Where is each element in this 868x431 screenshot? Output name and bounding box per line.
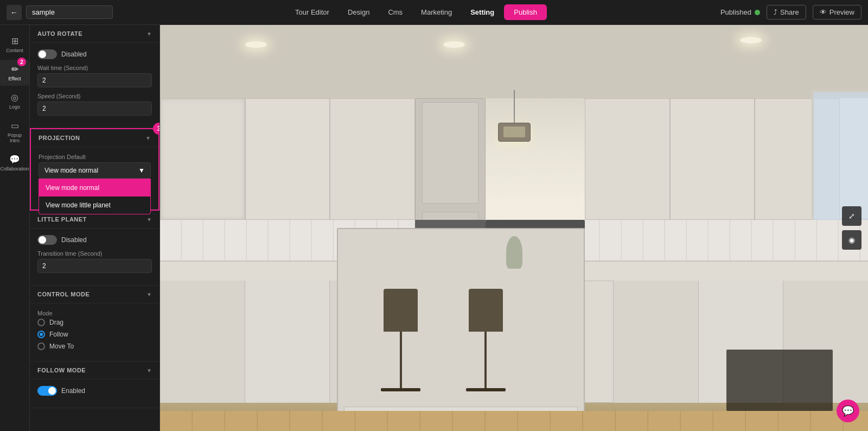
sidebar-item-logo[interactable]: ◎ Logo <box>0 88 29 114</box>
little-planet-knob <box>39 236 46 244</box>
tab-setting[interactable]: Setting <box>462 4 503 21</box>
follow-mode-title: FOLLOW MODE <box>37 367 86 373</box>
follow-mode-toggle-label: Enabled <box>61 387 85 395</box>
sidebar-item-effect[interactable]: 2 ✏ Effect <box>0 60 29 86</box>
main-area: ⊞ Content 2 ✏ Effect ◎ Logo ▭ Popup Intr… <box>0 25 868 431</box>
follow-mode-header[interactable]: FOLLOW MODE ▼ <box>30 362 159 379</box>
topnav-tabs: Tour Editor Design Cms Marketing Setting… <box>286 4 547 21</box>
follow-label: Follow <box>49 331 68 338</box>
back-button[interactable]: ← <box>7 5 22 20</box>
dropdown-item-view-mode-normal[interactable]: View mode normal <box>39 179 150 197</box>
drag-radio[interactable] <box>37 319 45 326</box>
control-mode-title: CONTROL MODE <box>37 291 90 297</box>
projection-title: PROJECTION <box>39 135 80 141</box>
top-navigation: ← Tour Editor Design Cms Marketing Setti… <box>0 0 868 25</box>
collaboration-label: Collaboration <box>0 166 29 172</box>
content-label: Content <box>6 48 23 53</box>
effect-badge-num: 2 <box>17 58 26 66</box>
topnav-left: ← <box>7 5 113 20</box>
settings-eye-button[interactable]: ◉ <box>842 230 861 250</box>
content-icon: ⊞ <box>11 36 18 46</box>
transition-input[interactable] <box>37 259 152 273</box>
topnav-right: Published ⤴ Share 👁 Preview <box>720 5 861 20</box>
projection-dropdown-arrow: ▼ <box>138 167 145 174</box>
popup-intro-label: Popup Intro <box>2 132 27 143</box>
sidebar-icons: ⊞ Content 2 ✏ Effect ◎ Logo ▭ Popup Intr… <box>0 25 30 431</box>
projection-chevron: ▼ <box>145 135 151 141</box>
sidebar-item-content[interactable]: ⊞ Content <box>0 31 29 58</box>
sidebar-item-popup-intro[interactable]: ▭ Popup Intro <box>0 116 29 148</box>
radio-drag[interactable]: Drag <box>37 319 152 326</box>
popup-intro-icon: ▭ <box>11 121 19 131</box>
projection-header[interactable]: PROJECTION ▼ <box>31 129 158 147</box>
tab-design[interactable]: Design <box>339 4 378 21</box>
control-mode-header[interactable]: CONTROL MODE ▼ <box>30 286 159 303</box>
auto-rotate-toggle[interactable] <box>37 49 57 59</box>
effect-label: Effect <box>9 76 21 81</box>
speed-label: Speed (Second) <box>37 93 152 99</box>
projection-default-label: Projection Default <box>39 154 151 160</box>
tab-cms[interactable]: Cms <box>379 4 411 21</box>
projection-dropdown-value: View mode normal <box>44 167 98 174</box>
tab-tour-editor[interactable]: Tour Editor <box>286 4 338 21</box>
move-to-radio[interactable] <box>37 343 45 350</box>
projection-dropdown-list: View mode normal View mode little planet <box>39 179 151 214</box>
share-icon: ⤴ <box>774 8 777 16</box>
collaboration-icon: 💬 <box>9 154 20 164</box>
chat-bubble-button[interactable]: 💬 <box>837 400 859 422</box>
tab-publish[interactable]: Publish <box>504 4 547 20</box>
control-mode-chevron: ▼ <box>146 291 152 297</box>
project-name-input[interactable] <box>26 5 113 19</box>
little-planet-toggle-label: Disabled <box>61 236 87 244</box>
preview-label: Preview <box>829 8 854 16</box>
control-mode-section: CONTROL MODE ▼ Mode Drag Follow Move To <box>30 286 159 362</box>
projection-body: Projection Default View mode normal ▼ Vi… <box>31 147 158 210</box>
canvas-tools: ⤢ ◉ <box>842 206 861 250</box>
mode-label: Mode <box>37 310 152 316</box>
radio-follow[interactable]: Follow <box>37 331 152 338</box>
control-mode-body: Mode Drag Follow Move To <box>30 303 159 362</box>
auto-rotate-toggle-label: Disabled <box>61 50 87 58</box>
transition-label: Transition time (Second) <box>37 250 152 257</box>
auto-rotate-knob <box>39 50 46 58</box>
logo-label: Logo <box>9 104 20 110</box>
effect-icon: ✏ <box>11 64 18 74</box>
wait-time-label: Wait time (Second) <box>37 65 152 71</box>
auto-rotate-chevron: ▼ <box>146 31 152 37</box>
drag-label: Drag <box>49 319 63 326</box>
published-dot <box>755 10 760 15</box>
share-button[interactable]: ⤴ Share <box>767 5 806 20</box>
canvas: ⤢ ◉ 💬 <box>160 25 868 431</box>
follow-radio[interactable] <box>37 331 45 338</box>
little-planet-title: LITTLE PLANET <box>37 216 87 223</box>
dropdown-item-view-mode-little-planet[interactable]: View mode little planet <box>39 197 150 214</box>
logo-icon: ◎ <box>11 92 18 103</box>
follow-mode-toggle[interactable] <box>37 386 57 396</box>
auto-rotate-title: AUTO ROTATE <box>37 30 82 37</box>
follow-mode-chevron: ▼ <box>146 367 152 373</box>
sidebar-item-collaboration[interactable]: 💬 Collaboration <box>0 150 29 176</box>
preview-button[interactable]: 👁 Preview <box>813 5 861 20</box>
projection-dropdown-btn[interactable]: View mode normal ▼ <box>39 162 151 179</box>
little-planet-section: LITTLE PLANET ▼ Disabled Transition time… <box>30 211 159 286</box>
expand-button[interactable]: ⤢ <box>842 206 861 226</box>
little-planet-toggle-row: Disabled <box>37 235 152 245</box>
wait-time-input[interactable] <box>37 73 152 87</box>
little-planet-body: Disabled Transition time (Second) <box>30 229 159 286</box>
auto-rotate-header[interactable]: AUTO ROTATE ▼ <box>30 25 159 43</box>
move-to-label: Move To <box>49 343 74 350</box>
auto-rotate-section: AUTO ROTATE ▼ Disabled Wait time (Second… <box>30 25 159 128</box>
little-planet-chevron: ▼ <box>146 217 152 223</box>
follow-mode-knob <box>48 387 56 395</box>
follow-mode-section: FOLLOW MODE ▼ Enabled <box>30 362 159 408</box>
speed-input[interactable] <box>37 102 152 116</box>
radio-move-to[interactable]: Move To <box>37 343 152 350</box>
projection-dropdown-container: View mode normal ▼ View mode normal View… <box>39 162 151 179</box>
share-label: Share <box>780 8 799 16</box>
little-planet-toggle[interactable] <box>37 235 57 245</box>
auto-rotate-toggle-row: Disabled <box>37 49 152 59</box>
follow-mode-body: Enabled <box>30 379 159 408</box>
tab-marketing[interactable]: Marketing <box>412 4 461 21</box>
settings-panel: AUTO ROTATE ▼ Disabled Wait time (Second… <box>30 25 160 431</box>
published-label: Published <box>720 8 751 16</box>
